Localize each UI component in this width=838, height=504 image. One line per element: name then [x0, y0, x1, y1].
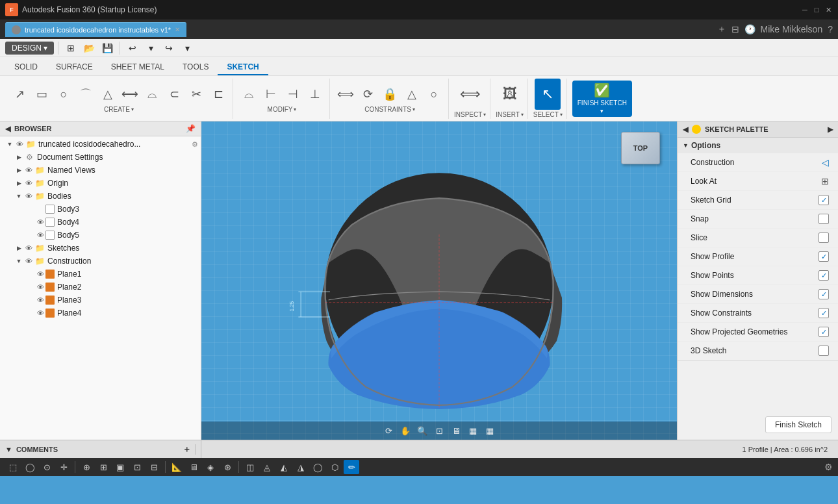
tree-item-named-views[interactable]: 📁 Named Views	[0, 164, 201, 177]
section-icon[interactable]: ⊛	[220, 460, 235, 474]
browser-back-icon[interactable]: ⊟	[731, 24, 739, 34]
display-icon[interactable]: ▦	[483, 424, 497, 437]
palette-option-3dsketch[interactable]: 3D Sketch	[678, 342, 838, 360]
named-views-eye-icon[interactable]	[23, 165, 34, 175]
scissors-icon[interactable]: ✂	[186, 84, 207, 105]
palette-option-showdimensions[interactable]: Show Dimensions	[678, 285, 838, 304]
comments-add-icon[interactable]: ＋	[183, 444, 191, 455]
construction-eye-icon[interactable]	[23, 256, 34, 266]
dimension-icon[interactable]: ⟷	[120, 84, 140, 105]
palette-options-header[interactable]: ▼ Options	[678, 138, 838, 153]
line-icon[interactable]: ↗	[9, 84, 30, 105]
new-file-icon[interactable]: ⊞	[62, 41, 79, 55]
root-expand-icon[interactable]	[5, 141, 14, 147]
triangle-icon[interactable]: △	[97, 84, 118, 105]
appearance-icon[interactable]: ◬	[259, 460, 275, 474]
select-tool-icon[interactable]: ↖	[535, 79, 561, 110]
body5-eye-icon[interactable]	[35, 230, 45, 240]
rectangle-icon[interactable]: ▭	[31, 84, 52, 105]
sketches-eye-icon[interactable]	[23, 243, 34, 253]
constraints-label[interactable]: CONSTRAINTS ▾	[364, 106, 415, 113]
tree-item-plane2[interactable]: Plane2	[0, 281, 201, 294]
origin-expand-icon[interactable]	[14, 180, 23, 186]
display-settings-icon[interactable]: 🖥	[186, 460, 201, 474]
fit-icon[interactable]: ⊡	[432, 424, 446, 437]
bodies-expand-icon[interactable]	[14, 193, 23, 199]
tab-sheet-metal[interactable]: SHEET METAL	[102, 60, 173, 75]
palette-option-showconstraints[interactable]: Show Constraints	[678, 304, 838, 323]
measure-icon[interactable]: ⟺	[457, 79, 483, 110]
user-info[interactable]: Mike Mikkelson	[761, 24, 823, 34]
tree-item-body4[interactable]: Body4	[0, 216, 201, 229]
viewcube-box[interactable]: TOP	[621, 132, 660, 164]
body4-eye-icon[interactable]	[35, 217, 45, 227]
comments-expand-icon[interactable]: ▼	[5, 446, 12, 453]
light-icon[interactable]: ◯	[310, 460, 325, 474]
palette-expand-icon[interactable]: ▶	[828, 125, 833, 134]
snap-component-icon[interactable]: ⊟	[146, 460, 162, 474]
window-controls[interactable]: ─ □ ✕	[800, 5, 833, 14]
vertical-icon[interactable]: ⟳	[357, 84, 378, 105]
orbit-icon[interactable]: ⟳	[381, 424, 396, 437]
move-icon[interactable]: ✛	[56, 460, 71, 474]
sketchgrid-checkbox[interactable]	[819, 195, 829, 205]
rendering-icon[interactable]: ◈	[203, 460, 218, 474]
doc-settings-expand-icon[interactable]	[14, 154, 23, 160]
tree-item-construction[interactable]: 📁 Construction	[0, 255, 201, 268]
plane3-eye-icon[interactable]	[35, 295, 45, 305]
arc-icon[interactable]: ⌒	[75, 84, 96, 105]
tree-item-doc-settings[interactable]: ⚙ Document Settings	[0, 151, 201, 164]
minimize-icon[interactable]: ─	[800, 5, 809, 14]
tree-item-body5[interactable]: Body5	[0, 229, 201, 242]
3dsketch-checkbox[interactable]	[819, 346, 829, 356]
palette-option-slice[interactable]: Slice	[678, 229, 838, 247]
create-label[interactable]: CREATE ▾	[104, 106, 134, 113]
zoom-icon[interactable]: 🔍	[415, 424, 429, 437]
extend-icon[interactable]: ⊣	[283, 84, 303, 105]
material-icon[interactable]: ◭	[276, 460, 292, 474]
undo-icon[interactable]: ↩	[124, 41, 141, 55]
camera-icon[interactable]: ⬡	[327, 460, 342, 474]
measure-tool-icon[interactable]: 📐	[169, 460, 184, 474]
showprojected-checkbox[interactable]	[819, 327, 829, 337]
browser-collapse-icon[interactable]: ◀	[5, 125, 10, 133]
construction-expand-icon[interactable]	[14, 258, 23, 264]
help-icon[interactable]: ?	[828, 24, 833, 34]
palette-collapse-icon[interactable]: ◀	[683, 125, 688, 134]
circle-icon[interactable]: ○	[53, 84, 74, 105]
plane4-eye-icon[interactable]	[35, 308, 45, 318]
restore-icon[interactable]: □	[812, 5, 821, 14]
tree-item-root[interactable]: 📁 truncated icosidodecahedro... ⚙	[0, 138, 201, 151]
named-views-expand-icon[interactable]	[14, 167, 23, 173]
settings-gear-icon[interactable]: ⚙	[824, 462, 833, 472]
bodies-eye-icon[interactable]	[23, 191, 34, 201]
snap-body-icon[interactable]: ⊡	[129, 460, 145, 474]
close-icon[interactable]: ✕	[824, 5, 833, 14]
lock-icon[interactable]: 🔒	[379, 84, 400, 105]
plane2-eye-icon[interactable]	[35, 282, 45, 292]
showpoints-checkbox[interactable]	[819, 270, 829, 281]
snap-edge-icon[interactable]: ⊞	[95, 460, 111, 474]
tree-item-plane4[interactable]: Plane4	[0, 307, 201, 320]
finish-sketch-palette-button[interactable]: Finish Sketch	[765, 416, 832, 433]
texture-icon[interactable]: ◮	[293, 460, 309, 474]
palette-option-showprojected[interactable]: Show Projected Geometries	[678, 323, 838, 342]
showconstraints-checkbox[interactable]	[819, 308, 829, 318]
tree-item-plane1[interactable]: Plane1	[0, 268, 201, 281]
inspect-label[interactable]: INSPECT ▾	[454, 111, 486, 118]
equal-icon[interactable]: △	[401, 84, 422, 105]
tree-item-origin[interactable]: 📁 Origin	[0, 177, 201, 190]
tab-sketch[interactable]: SKETCH	[218, 60, 268, 75]
tree-item-bodies[interactable]: 📁 Bodies	[0, 190, 201, 203]
origin-eye-icon[interactable]	[23, 178, 34, 188]
palette-option-showpoints[interactable]: Show Points	[678, 266, 838, 285]
modify-label[interactable]: MODIFY ▾	[268, 106, 297, 113]
tab-surface[interactable]: SURFACE	[47, 60, 102, 75]
tab-solid[interactable]: SOLID	[5, 60, 47, 75]
grid2-icon[interactable]: ▦	[466, 424, 480, 437]
new-tab-icon[interactable]: ＋	[717, 23, 726, 35]
open-file-icon[interactable]: 📂	[81, 41, 97, 55]
sketches-expand-icon[interactable]	[14, 245, 23, 251]
pan-icon[interactable]: ✋	[398, 424, 413, 437]
showprofile-checkbox[interactable]	[819, 251, 829, 262]
